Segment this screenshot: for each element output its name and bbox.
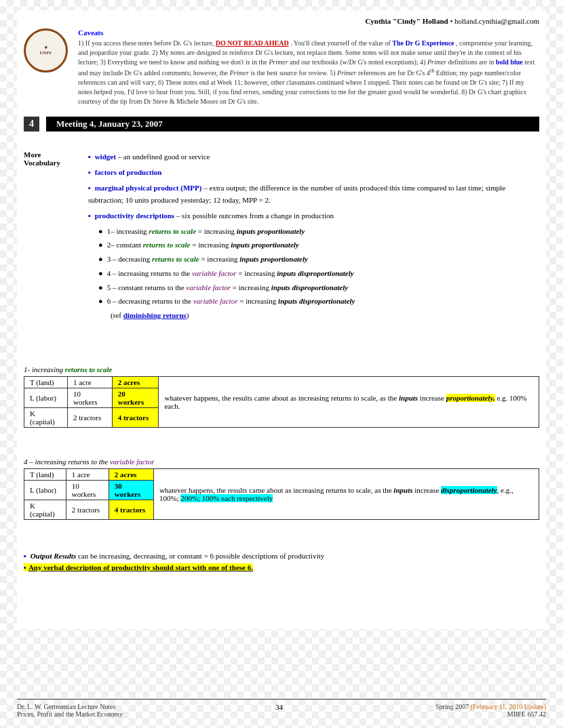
table-cell: 2 tractors: [67, 407, 112, 427]
table-result-cell: whatever happens, the results came about…: [159, 376, 539, 427]
footer-update-date: (February 11, 2010 Update): [471, 703, 546, 710]
output-line1: ▪ Output Results can be increasing, decr…: [24, 552, 539, 560]
table-cell-highlight: 4 tractors: [112, 407, 159, 427]
table-result-cell: whatever happens, the results came about…: [153, 468, 539, 519]
author-name: Cynthia "Cindy" Holland • holland.cynthi…: [365, 17, 539, 25]
term-mpp: marginal physical product (MPP): [95, 184, 202, 192]
table-cell: 2 tractors: [66, 500, 109, 519]
meeting-number: 4: [24, 117, 39, 132]
table-cell: T (land): [24, 468, 66, 480]
list-item: ● 1– increasing returns to scale = incre…: [98, 225, 539, 238]
list-item: ● 2– constant returns to scale = increas…: [98, 239, 539, 251]
term-factors: factors of production: [95, 168, 162, 176]
table1-label: 1- increasing returns to scale: [24, 365, 539, 373]
meeting-title: Meeting 4, January 23, 2007: [46, 117, 539, 132]
table-cell-highlight: 20 workers: [112, 388, 159, 407]
vocabulary-content: ▪ widget – an undefined good or service …: [88, 150, 539, 323]
page-footer: Dr. L. W. Gertmenian Lecture Notes Price…: [17, 699, 546, 718]
footer-course: Dr. L. W. Gertmenian Lecture Notes: [17, 703, 123, 710]
list-item: ● 6 – decreasing returns to the variable…: [98, 295, 539, 308]
vocab-item-mpp: ▪ marginal physical product (MPP) – extr…: [88, 182, 539, 207]
vocab-item-productivity: ▪ productivity descriptions – six possib…: [88, 209, 539, 222]
table-cell-highlight: 2 acres: [112, 376, 159, 388]
vocab-item-widget: ▪ widget – an undefined good or service: [88, 150, 539, 163]
output-section: ▪ Output Results can be increasing, decr…: [24, 552, 539, 571]
table-cell: 10 workers: [66, 480, 109, 500]
vocabulary-section: MoreVocabulary ▪ widget – an undefined g…: [24, 150, 539, 323]
table-row: T (land) 1 acre 2 acres whatever happens…: [24, 468, 539, 480]
output-line2: ▪Any verbal description of productivity …: [24, 563, 539, 571]
bullet-icon: ▪: [88, 211, 91, 220]
table2: T (land) 1 acre 2 acres whatever happens…: [24, 468, 539, 520]
table-cell: L (labor): [24, 480, 66, 500]
footer-page-number: 34: [275, 703, 283, 718]
caveats-section: Caveats 1) If you access these notes bef…: [78, 28, 539, 106]
meeting-bar: 4 Meeting 4, January 23, 2007: [24, 117, 539, 132]
table-cell: 1 acre: [66, 468, 109, 480]
table-cell: K (capital): [24, 407, 68, 427]
list-item: ● 3 – decreasing returns to scale = incr…: [98, 253, 539, 266]
dr-g-experience: The Dr G Experience: [392, 39, 454, 47]
university-logo: ⚜ UNIV: [24, 28, 68, 73]
table-cell: T (land): [24, 376, 68, 388]
table1-section: 1- increasing returns to scale T (land) …: [24, 365, 539, 428]
footer-course-name: Prices, Profit and the Market Economy: [17, 710, 123, 718]
do-not-read-ahead: DO NOT READ AHEAD: [216, 39, 289, 47]
vocab-item-factors: ▪ factors of production: [88, 166, 539, 179]
table-cell: K (capital): [24, 500, 66, 519]
table-cell: 10 workers: [67, 388, 112, 407]
table-cell-highlight: 2 acres: [109, 468, 153, 480]
footer-right: Spring 2007 (February 11, 2010 Update) M…: [435, 703, 546, 718]
table1: T (land) 1 acre 2 acres whatever happens…: [24, 376, 539, 428]
caveats-title: Caveats: [78, 28, 539, 37]
list-item: (ref diminishing returns): [111, 309, 539, 322]
term-productivity: productivity descriptions: [95, 211, 174, 220]
top-section: ⚜ UNIV Caveats 1) If you access these no…: [24, 28, 539, 106]
list-item: ● 5 – constant returns to the variable f…: [98, 281, 539, 294]
page-header: Cynthia "Cindy" Holland • holland.cynthi…: [24, 17, 539, 25]
table-cell-highlight: 30 workers: [109, 480, 153, 500]
bullet-icon: ▪: [88, 184, 91, 192]
table2-label: 4 – increasing returns to the variable f…: [24, 458, 539, 466]
table-row: T (land) 1 acre 2 acres whatever happens…: [24, 376, 539, 388]
vocabulary-label: MoreVocabulary: [24, 150, 78, 323]
output-highlight: ▪Any verbal description of productivity …: [24, 563, 253, 571]
term-widget: widget: [95, 153, 116, 161]
table2-section: 4 – increasing returns to the variable f…: [24, 458, 539, 520]
table-cell-highlight: 4 tractors: [109, 500, 153, 519]
list-item: ● 4 – increasing returns to the variable…: [98, 267, 539, 280]
table-cell: L (labor): [24, 388, 68, 407]
bullet-icon: ▪: [88, 153, 91, 161]
logo-area: ⚜ UNIV: [24, 28, 71, 106]
footer-left: Dr. L. W. Gertmenian Lecture Notes Price…: [17, 703, 123, 718]
bold-blue-text: bold blue: [496, 58, 523, 66]
productivity-list: ● 1– increasing returns to scale = incre…: [98, 225, 539, 322]
caveats-text: 1) If you access these notes before Dr. …: [78, 39, 539, 106]
table-cell: 1 acre: [67, 376, 112, 388]
bullet-icon: ▪: [88, 168, 91, 176]
